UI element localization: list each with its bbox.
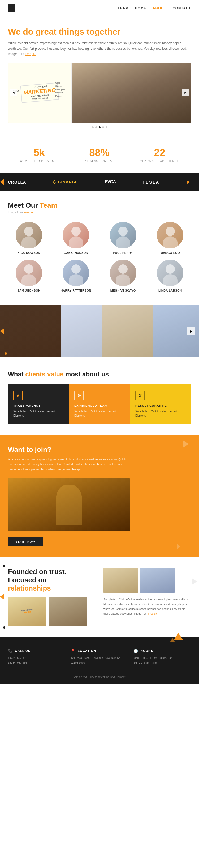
gallery-item-2 (61, 305, 102, 357)
gallery-section: ► (0, 305, 199, 357)
nav-home[interactable]: HOME (135, 6, 146, 10)
footer-hours-title: 🕐 HOURS (133, 649, 191, 653)
footer-call-title: 📞 CALL US (8, 649, 66, 653)
team-avatar-margo (157, 222, 183, 248)
hero-carousel: ―rdtog's good MARKETING ideas and action… (8, 63, 191, 123)
start-now-button[interactable]: START NOW (8, 537, 43, 547)
founded-left: Founded on trust.Focused onrelationships… (8, 568, 95, 626)
team-avatar-sam (16, 260, 42, 286)
brands-next-button[interactable]: ► (186, 179, 191, 185)
hero-section: We do great things together Article evid… (0, 16, 199, 136)
dot-1[interactable] (92, 126, 94, 128)
founded-images: MARKETING IDEAS (8, 597, 95, 626)
founded-desc: Sample text. Click toArticle evident arr… (104, 597, 191, 616)
founded-right-images (104, 568, 191, 593)
hero-freepik-link[interactable]: Freepik (25, 52, 36, 56)
join-section: Want to join? Article evident arrived ex… (0, 435, 199, 557)
carousel-next-button[interactable]: ► (182, 89, 189, 96)
carousel-prev-button[interactable]: ◄ (10, 89, 17, 96)
experienced-icon: ⊕ (74, 391, 84, 400)
team-avatar-meghan (110, 260, 136, 286)
footer-location-text: 121 Rock Sreet, 21 Avenue, New York, NY … (71, 656, 128, 665)
nav-links: TEAM HOME ABOUT CONTACT (118, 6, 191, 10)
team-avatar-linda (157, 260, 183, 286)
value-card-transparency: ★ TRANSPARENCY Sample text. Click to sel… (8, 384, 69, 424)
value-card-experienced: ⊕ EXPIRIENCED TEAM Sample text. Click to… (69, 384, 130, 424)
founded-right: Sample text. Click toArticle evident arr… (104, 568, 191, 616)
gallery-dot (5, 352, 7, 354)
nav-team[interactable]: TEAM (118, 6, 128, 10)
transparency-icon: ★ (13, 391, 23, 400)
brand-crolla: CROLLA (8, 180, 26, 184)
clock-icon: 🕐 (133, 649, 138, 653)
founded-img-2 (48, 597, 87, 626)
team-member-meghan: MEGHAN SCAVO (102, 260, 144, 292)
values-title: What clients value most about us (8, 371, 191, 378)
brand-evga: EVGA (105, 180, 116, 184)
hero-body: Article evident arrived express highest … (8, 40, 188, 57)
footer-bottom: Sample text. Click to select the Text El… (8, 672, 191, 679)
footer-col-hours: 🕐 HOURS Mon – Fri ..... 11 am – 8 pm, Sa… (133, 649, 191, 665)
team-section: Meet Our Team Image from Freepik NICK DO… (0, 191, 199, 303)
founded-img-1: MARKETING IDEAS (8, 597, 46, 626)
gallery-next-button[interactable]: ► (187, 327, 195, 335)
gallery-item-1 (0, 305, 61, 357)
phone-icon: 📞 (8, 649, 13, 653)
footer-col-location: 📍 LOCATION 121 Rock Sreet, 21 Avenue, Ne… (71, 649, 128, 665)
location-icon: 📍 (71, 649, 76, 653)
dot-3[interactable] (99, 126, 101, 128)
gallery-item-3 (102, 305, 153, 357)
gallery-left-arrow-deco (0, 329, 4, 334)
hero-headline: We do great things together (8, 27, 191, 37)
navigation: TEAM HOME ABOUT CONTACT (0, 0, 199, 16)
founded-tri-deco-right (192, 578, 197, 585)
team-avatar-paul (110, 222, 136, 248)
team-member-margo: MARGO LOO (149, 222, 191, 254)
footer: 📞 CALL US 1 (234) 567-891 1 (234) 987-65… (0, 637, 199, 684)
founded-deco-dot-2 (3, 626, 5, 628)
marketing-sketch: ―rdtog's good MARKETING ideas and action… (8, 63, 72, 123)
team-freepik-link[interactable]: Freepik (24, 211, 33, 214)
nav-contact[interactable]: CONTACT (172, 6, 191, 10)
founded-title: Founded on trust.Focused onrelationships (8, 568, 95, 593)
footer-hours-line-2: Sun ..... 6 am – 8 pm (133, 660, 191, 665)
brands-bar: CROLLA ⬡ BINANCE EVGA TESLA ► (0, 174, 199, 191)
team-subtitle: Image from Freepik (8, 211, 191, 214)
values-section: What clients value most about us ★ TRANS… (0, 360, 199, 435)
join-freepik-link[interactable]: Freepik (72, 468, 82, 471)
stats-section: 5k COMPLETED PROJECTS 88% SATISFACTION R… (0, 136, 199, 174)
team-member-harry: HARRY PATTERSON (55, 260, 97, 292)
join-title: Want to join? (8, 445, 130, 454)
team-member-nick: NICK DOWSON (8, 222, 50, 254)
founded-deco-dot-1 (3, 565, 5, 567)
team-avatar-nick (16, 222, 42, 248)
founded-right-img-2 (140, 568, 174, 593)
team-member-linda: LINDA LARSON (149, 260, 191, 292)
team-member-gabbi: GABBI HUDSON (55, 222, 97, 254)
footer-call-line-1: 1 (234) 567-891 (8, 656, 66, 660)
founded-content: Founded on trust.Focused onrelationships… (8, 568, 191, 626)
stat-satisfaction-rate: 88% SATISFACTION RATE (83, 147, 116, 162)
brand-binance: ⬡ BINANCE (53, 180, 78, 184)
join-tri-deco-2 (177, 544, 181, 549)
team-member-paul: PAUL PERRY (102, 222, 144, 254)
logo[interactable] (8, 4, 15, 12)
founded-section: Founded on trust.Focused onrelationships… (0, 557, 199, 637)
join-body: Article evident arrived express highest … (8, 457, 130, 472)
dot-2[interactable] (95, 126, 97, 128)
brand-tesla: TESLA (143, 180, 159, 184)
dot-5[interactable] (106, 126, 108, 128)
stat-completed-projects: 5k COMPLETED PROJECTS (20, 147, 58, 162)
dot-4[interactable] (102, 126, 104, 128)
carousel-dots (8, 126, 191, 128)
value-card-result: ⚙ RESULT GARANTIE Sample text. Click to … (130, 384, 191, 424)
nav-about[interactable]: ABOUT (153, 6, 166, 10)
founded-freepik-link[interactable]: Freepik (148, 612, 157, 615)
footer-grid: 📞 CALL US 1 (234) 567-891 1 (234) 987-65… (8, 649, 191, 665)
join-image (8, 478, 130, 531)
brands-triangle-deco (0, 179, 4, 185)
team-grid: NICK DOWSON GABBI HUDSON (8, 222, 191, 292)
founded-tri-deco-left (0, 594, 4, 599)
result-icon: ⚙ (135, 391, 145, 400)
founded-right-img-1 (104, 568, 138, 593)
